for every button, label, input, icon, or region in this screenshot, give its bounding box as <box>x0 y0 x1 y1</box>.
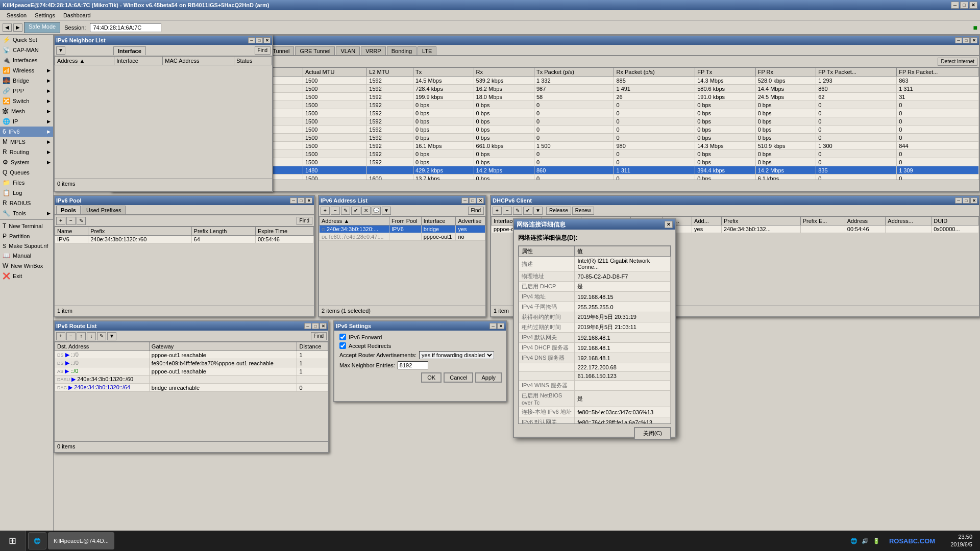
table-row[interactable]: DASU ▶ 240e:34:3b0:1320::/60 <box>55 375 328 384</box>
route-up[interactable]: ↑ <box>77 332 86 340</box>
dhcp-col-address[interactable]: Address <box>845 217 886 226</box>
sidebar-item-routing[interactable]: R Routing <box>0 147 53 157</box>
sidebar-item-mesh[interactable]: 🕸 Mesh <box>0 106 53 116</box>
col-rxp[interactable]: Rx Packet (p/s) <box>614 68 695 77</box>
dhcpv6-enable[interactable]: ✔ <box>523 207 532 215</box>
renew-btn[interactable]: Renew <box>572 207 594 215</box>
sidebar-item-ipv6[interactable]: 6 IPv6 <box>0 127 53 137</box>
addr-col-pool[interactable]: From Pool <box>389 217 421 226</box>
address-close[interactable]: ✕ <box>477 197 484 204</box>
address-comment[interactable]: 💬 <box>372 207 381 215</box>
ipv6-address-titlebar[interactable]: IPv6 Address List ─ □ ✕ <box>319 196 485 205</box>
dhcpv6-remove[interactable]: − <box>503 207 512 215</box>
forward-btn[interactable]: ▶ <box>13 23 22 32</box>
route-col-distance[interactable]: Distance <box>297 342 328 351</box>
interface-list-minimize[interactable]: ─ <box>955 37 962 43</box>
route-filter[interactable]: ▼ <box>107 332 116 340</box>
route-col-gateway[interactable]: Gateway <box>149 342 297 351</box>
tab-bonding[interactable]: Bonding <box>387 46 416 55</box>
pool-remove[interactable]: − <box>66 217 76 225</box>
sidebar-item-newwinbox[interactable]: W New WinBox <box>0 261 53 271</box>
network-dialog-titlebar[interactable]: 网络连接详细信息 ✕ <box>514 219 675 230</box>
table-row[interactable]: DS ▶ ::/0pppoe-out1 reachable1 <box>55 351 328 359</box>
sidebar-item-ppp[interactable]: 🔗 PPP <box>0 86 53 96</box>
ipv6-neighbor-titlebar[interactable]: IPv6 Neighbor List ─ □ ✕ <box>55 36 272 45</box>
dhcpv6-close[interactable]: ✕ <box>970 197 977 204</box>
address-edit[interactable]: ✎ <box>341 207 350 215</box>
pool-col-prefix[interactable]: Prefix <box>88 227 191 236</box>
address-add[interactable]: + <box>321 207 330 215</box>
pool-maximize[interactable]: □ <box>298 197 305 204</box>
redirects-checkbox[interactable] <box>339 342 346 349</box>
pool-table-container[interactable]: Name Prefix Prefix Length Expire Time IP… <box>55 227 314 306</box>
route-edit[interactable]: ✎ <box>97 332 106 340</box>
neighbor-col-mac[interactable]: MAC Address <box>163 57 234 65</box>
pool-col-name[interactable]: Name <box>55 227 88 236</box>
route-col-dst[interactable]: Dst. Address <box>55 342 150 351</box>
interface-list-close[interactable]: ✕ <box>970 37 977 43</box>
tab-vlan[interactable]: VLAN <box>336 46 360 55</box>
route-add[interactable]: + <box>56 332 65 340</box>
route-find[interactable]: Find <box>311 332 327 340</box>
address-find[interactable]: Find <box>468 207 484 215</box>
release-btn[interactable]: Release <box>546 207 571 215</box>
neighbor-col-address[interactable]: Address ▲ <box>55 57 114 65</box>
address-filter[interactable]: ▼ <box>382 207 391 215</box>
interface-list-maximize[interactable]: □ <box>963 37 970 43</box>
route-remove[interactable]: − <box>66 332 76 340</box>
table-row[interactable]: DS ▶ ::/0fe90::4e09:b4ff:fefe:ba70%pppoe… <box>55 359 328 367</box>
pool-col-length[interactable]: Prefix Length <box>191 227 255 236</box>
sidebar-item-files[interactable]: 📁 Files <box>0 178 53 188</box>
network-dialog-table-wrapper[interactable]: 属性 值 描述Intel(R) I211 Gigabit Network Con… <box>518 245 671 424</box>
taskbar-winbox[interactable]: Kill4peaceE@74:4D... <box>48 532 114 549</box>
addr-col-interface[interactable]: Interface <box>421 217 456 226</box>
taskbar-browser[interactable]: 🌐 <box>28 532 46 549</box>
address-minimize[interactable]: ─ <box>461 197 469 204</box>
network-dialog-close[interactable]: ✕ <box>665 221 673 228</box>
addr-col-advertise[interactable]: Advertise <box>456 217 485 226</box>
pool-find[interactable]: Find <box>297 217 312 225</box>
dhcp-col-add[interactable]: Add... <box>692 217 722 226</box>
dhcpv6-filter[interactable]: ▼ <box>533 207 543 215</box>
tab-pools[interactable]: Pools <box>56 206 81 214</box>
settings-cancel-btn[interactable]: Cancel <box>444 372 473 383</box>
max-neighbor-input[interactable] <box>398 361 428 369</box>
sidebar-item-system[interactable]: ⚙ System <box>0 157 53 167</box>
network-close-btn[interactable]: 关闭(C) <box>634 427 671 440</box>
menu-session[interactable]: Session <box>3 11 31 19</box>
address-enable[interactable]: ✔ <box>351 207 360 215</box>
dhcpv6-maximize[interactable]: □ <box>963 197 970 204</box>
neighbor-col-status[interactable]: Status <box>234 57 272 65</box>
route-minimize[interactable]: ─ <box>304 323 311 329</box>
sidebar-item-manual[interactable]: 📖 Manual <box>0 251 53 261</box>
col-tx[interactable]: Tx <box>413 68 474 77</box>
menu-dashboard[interactable]: Dashboard <box>59 11 95 19</box>
neighbor-col-interface[interactable]: Interface <box>114 57 163 65</box>
neighbor-close[interactable]: ✕ <box>263 37 271 43</box>
addr-col-address[interactable]: Address ▲ <box>320 217 389 226</box>
sidebar-item-radius[interactable]: R RADIUS <box>0 198 53 208</box>
pool-minimize[interactable]: ─ <box>290 197 297 204</box>
sidebar-item-switch[interactable]: 🔀 Switch <box>0 96 53 106</box>
ipv6-pool-titlebar[interactable]: IPv6 Pool ─ □ ✕ <box>55 196 314 205</box>
route-maximize[interactable]: □ <box>312 323 319 329</box>
sidebar-item-interfaces[interactable]: 🔌 Interfaces <box>0 55 53 65</box>
neighbor-maximize[interactable]: □ <box>256 37 263 43</box>
sidebar-item-wireless[interactable]: 📶 Wireless <box>0 65 53 76</box>
col-fprx[interactable]: FP Rx <box>755 68 816 77</box>
table-row[interactable]: AS ▶ ::/0pppoe-out1 reachable1 <box>55 367 328 375</box>
col-fptxp[interactable]: FP Tx Packet... <box>816 68 897 77</box>
sidebar-item-capman[interactable]: 📡 CAP-MAN <box>0 45 53 55</box>
table-row[interactable]: IPV6240e:34:3b0:1320::/606400:54:46 <box>55 236 314 243</box>
pool-col-expire[interactable]: Expire Time <box>256 227 314 236</box>
col-fptx[interactable]: FP Tx <box>695 68 755 77</box>
sidebar-item-mpls[interactable]: M MPLS <box>0 137 53 147</box>
sidebar-item-quickset[interactable]: ⚡ Quick Set <box>0 35 53 45</box>
settings-minimize[interactable]: ─ <box>489 323 497 329</box>
col-txp[interactable]: Tx Packet (p/s) <box>534 68 614 77</box>
route-table-container[interactable]: Dst. Address Gateway Distance DS ▶ ::/0p… <box>55 342 328 441</box>
sidebar-item-newterminal[interactable]: T New Terminal <box>0 221 53 231</box>
dhcpv6-minimize[interactable]: ─ <box>955 197 962 204</box>
route-down[interactable]: ↓ <box>87 332 96 340</box>
sidebar-item-queues[interactable]: Q Queues <box>0 167 53 178</box>
